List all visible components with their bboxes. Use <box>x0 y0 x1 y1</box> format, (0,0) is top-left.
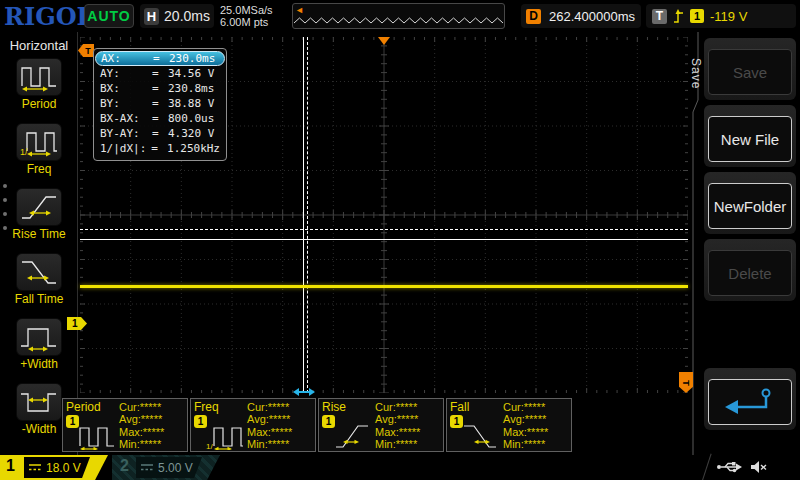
cursor-name: 1/|dX|: <box>100 141 151 156</box>
measurement-box-rise: Rise 1 Cur:***** Avg:***** Max:***** Min… <box>318 398 444 452</box>
cursor-name: BX-AX: <box>100 111 152 126</box>
equals-sign: = <box>152 126 168 141</box>
cursor-value: 230.0ms <box>169 52 219 65</box>
period-icon <box>16 58 62 96</box>
fall-edge-icon <box>462 420 500 450</box>
channel1-trace <box>80 285 688 288</box>
stat-max: Max:***** <box>119 426 164 438</box>
channel2-scale-readout: 5.00 V <box>136 457 202 478</box>
channel2-tab[interactable]: 2 5.00 V <box>112 455 220 480</box>
menu-tab-label: Save <box>689 58 703 89</box>
measurement-stats: Cur:***** Avg:***** Max:***** Min:***** <box>375 401 420 451</box>
equals-sign: = <box>152 81 168 96</box>
save-button[interactable]: Save <box>704 38 796 100</box>
waveform-center-marker <box>378 37 390 45</box>
trigger-status-readout: T 1 -119 V <box>646 4 796 28</box>
rise-time-icon <box>16 188 62 226</box>
new-file-button-label: New File <box>708 116 792 162</box>
equals-sign: = <box>152 96 168 111</box>
new-folder-button[interactable]: NewFolder <box>704 172 796 234</box>
stat-cur: Cur:***** <box>119 401 164 413</box>
speaker-muted-icon <box>750 460 767 474</box>
channel-scale: 5.00 V <box>158 461 193 475</box>
cursor-row-bx-ax: BX-AX: = 800.0us <box>95 111 225 126</box>
run-status-badge: AUTO <box>84 4 134 28</box>
cursor-ax-line[interactable] <box>303 37 304 393</box>
freq-wave-icon: 1/ <box>206 420 244 450</box>
new-file-button[interactable]: New File <box>704 105 796 167</box>
menu-item-freq[interactable]: 1/ Freq <box>0 123 78 185</box>
menu-item-label: Freq <box>0 162 78 176</box>
preview-waveform <box>294 6 504 28</box>
trigger-level-value: -119 V <box>710 9 747 24</box>
menu-item-fall-time[interactable]: Fall Time <box>0 253 78 315</box>
measurement-box-freq: Freq 1 1/ Cur:***** Avg:***** Max:***** … <box>190 398 316 452</box>
measurement-stats: Cur:***** Avg:***** Max:***** Min:***** <box>119 401 164 451</box>
measure-sidebar: Horizontal Period 1/ Freq Rise Time Fall… <box>0 32 78 455</box>
cursor-value: 4.320 V <box>168 126 220 141</box>
delete-button[interactable]: Delete <box>704 239 796 301</box>
h-icon: H <box>144 8 159 25</box>
cursor-bx-line[interactable] <box>307 37 308 393</box>
menu-item-label: +Width <box>0 357 78 371</box>
cursor-name: AX: <box>101 52 153 65</box>
cursor-row-inv-dx: 1/|dX|: = 1.250kHz <box>95 141 225 156</box>
back-button[interactable] <box>704 368 796 430</box>
measurement-stats: Cur:***** Avg:***** Max:***** Min:***** <box>247 401 292 451</box>
waveform-display: T T 1 AX: = 230.0ms AY: = 34.56 V BX: = … <box>80 37 688 393</box>
channel-status-bar: 1 18.0 V 2 5.00 V <box>0 455 800 480</box>
stat-avg: Avg:***** <box>119 413 164 425</box>
equals-sign: = <box>151 141 167 156</box>
fall-time-icon <box>16 253 62 291</box>
cursor-row-by: BY: = 38.88 V <box>95 96 225 111</box>
measurement-box-period: Period 1 Cur:***** Avg:***** Max:***** M… <box>62 398 188 452</box>
equals-sign: = <box>153 52 169 65</box>
measure-sidebar-title: Horizontal <box>0 38 78 53</box>
menu-item-period[interactable]: Period <box>0 58 78 120</box>
new-folder-button-label: NewFolder <box>708 183 792 229</box>
cursor-by-line[interactable] <box>80 229 688 230</box>
menu-item-rise-time[interactable]: Rise Time <box>0 188 78 250</box>
channel1-scale-readout: 18.0 V <box>24 457 90 478</box>
cursor-row-bx: BX: = 230.8ms <box>95 81 225 96</box>
measurement-box-fall: Fall 1 Cur:***** Avg:***** Max:***** Min… <box>446 398 572 452</box>
cursor-name: AY: <box>100 66 152 81</box>
menu-item-plus-width[interactable]: +Width <box>0 318 78 380</box>
dc-coupling-icon <box>141 463 153 472</box>
cursor-drag-handle[interactable] <box>293 383 315 401</box>
memory-waveform-preview: ◄ <box>292 3 505 29</box>
delay-icon: D <box>526 9 541 24</box>
cursor-name: BY-AY: <box>100 126 152 141</box>
menu-page-indicator <box>3 184 7 240</box>
return-arrow-icon <box>708 379 792 425</box>
channel-number: 2 <box>120 457 129 475</box>
cursor-name: BX: <box>100 81 152 96</box>
stat-avg: Avg:***** <box>375 413 420 425</box>
stat-max: Max:***** <box>503 426 548 438</box>
cursor-row-ax: AX: = 230.0ms <box>95 51 225 66</box>
cursor-value: 34.56 V <box>168 66 220 81</box>
rigol-logo: RIGOL <box>4 2 93 31</box>
cursor-readout-panel: AX: = 230.0ms AY: = 34.56 V BX: = 230.8m… <box>93 48 227 161</box>
delete-button-label: Delete <box>708 250 792 296</box>
cursor-value: 230.8ms <box>168 81 220 96</box>
dc-coupling-icon <box>29 463 41 472</box>
equals-sign: = <box>152 66 168 81</box>
stat-max: Max:***** <box>247 426 292 438</box>
period-wave-icon <box>78 420 116 450</box>
channel-scale: 18.0 V <box>46 461 81 475</box>
cursor-ay-line[interactable] <box>80 239 688 240</box>
trigger-icon: T <box>652 9 667 24</box>
menu-item-label: Fall Time <box>0 292 78 306</box>
rise-edge-icon <box>334 420 372 450</box>
save-button-label: Save <box>708 49 792 95</box>
stat-avg: Avg:***** <box>247 413 292 425</box>
memory-depth: 6.00M pts <box>220 16 273 28</box>
cursor-value: 1.250kHz <box>167 141 220 156</box>
top-status-bar: RIGOL AUTO H 20.0ms 25.0MSa/s 6.00M pts … <box>0 0 800 32</box>
channel1-tab[interactable]: 1 18.0 V <box>0 455 108 480</box>
acquisition-readout: 25.0MSa/s 6.00M pts <box>220 4 273 28</box>
stat-max: Max:***** <box>375 426 420 438</box>
stat-cur: Cur:***** <box>503 401 548 413</box>
stat-cur: Cur:***** <box>375 401 420 413</box>
